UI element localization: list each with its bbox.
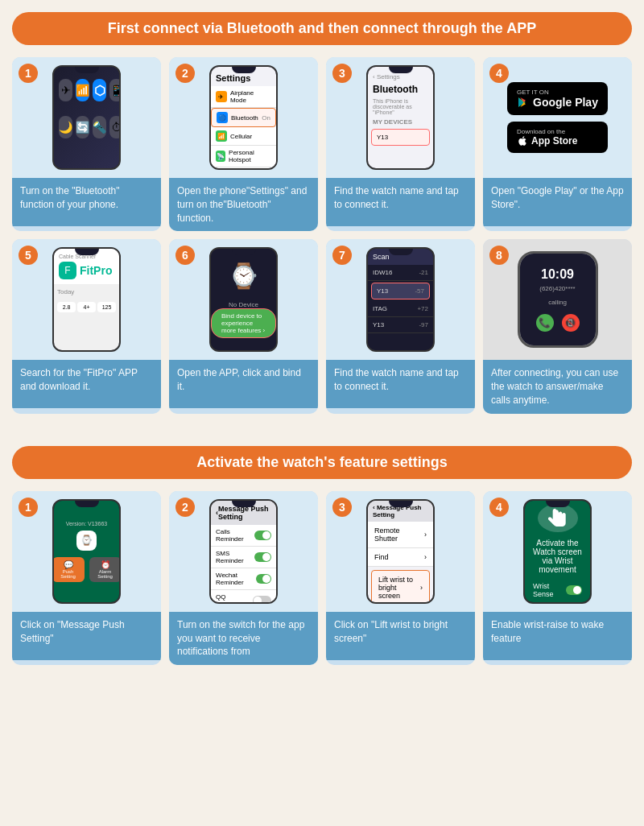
step-7-desc: Find the watch name and tap to connect i… bbox=[326, 360, 475, 408]
bluetooth-icon-active: ⬡ bbox=[93, 79, 106, 101]
phone-mockup-7: Scan IDW16 -21 Y13 -57 ITAG +72 bbox=[366, 247, 435, 352]
settings-title: Settings bbox=[211, 73, 276, 86]
bt-title: Bluetooth bbox=[368, 82, 433, 97]
control-center-screen: ✈ 📶 ⬡ 📱 🌙 🔄 🔦 ⏱ bbox=[54, 67, 119, 168]
device-y13-signal: -57 bbox=[415, 287, 424, 295]
watch-time: 10:09 bbox=[541, 267, 574, 282]
bt-back-arrow: ‹ Settings bbox=[373, 73, 400, 81]
cellular-icon: 📱 bbox=[109, 79, 119, 101]
fitpro-stats-grid: 2.8 4+ 125 bbox=[54, 299, 119, 316]
qq-reminder-toggle[interactable] bbox=[253, 596, 271, 602]
phone-mockup-s2-3: ‹ Message Push Setting Remote Shutter › … bbox=[366, 499, 435, 604]
phone-mockup-6: ⌚ No Device Bind device to experience mo… bbox=[209, 247, 278, 352]
calls-reminder-label: Calls Reminder bbox=[216, 528, 254, 543]
phone-notch-5 bbox=[75, 249, 99, 255]
wrist-raise-icon bbox=[543, 504, 572, 532]
msg-qq-reminder: QQ Reminder bbox=[211, 590, 276, 602]
watch-icon: ⌚ bbox=[76, 531, 97, 551]
hotspot-label: Personal Hotspot bbox=[229, 149, 271, 163]
as-text: App Store bbox=[531, 135, 577, 147]
airplane-label: Airplane Mode bbox=[230, 89, 271, 104]
step-4-card: 4 GET IT ON Google Play bbox=[483, 57, 632, 231]
settings-airplane: ✈ Airplane Mode bbox=[211, 86, 276, 108]
fitpro-name: FitPro bbox=[80, 264, 112, 277]
bt-device-name: Y13 bbox=[377, 134, 388, 141]
bt-discoverable-text: This iPhone is discoverable as "iPhone" bbox=[368, 97, 433, 117]
step-s2-1-card: 1 Version: V13663 ⌚ 💬 Push Setting bbox=[12, 491, 161, 665]
step-5-desc: Search for the "FitPro" APP and download… bbox=[12, 360, 161, 408]
step-8-desc: After connecting, you can use the watch … bbox=[483, 360, 632, 413]
device-itag-name: ITAG bbox=[373, 305, 387, 312]
google-play-small-text: GET IT ON bbox=[517, 89, 549, 96]
fitpro-version: Version: V13663 bbox=[66, 521, 107, 527]
wechat-reminder-toggle[interactable] bbox=[256, 574, 271, 584]
phone-notch-s2-4 bbox=[546, 501, 570, 507]
control-center: ✈ 📶 ⬡ 📱 🌙 🔄 🔦 ⏱ bbox=[54, 67, 119, 168]
apple-icon bbox=[517, 135, 528, 147]
phone-mockup-5: Cable Scanner F FitPro Today 2.8 4+ 125 bbox=[52, 247, 121, 352]
bt-my-devices: MY DEVICES bbox=[368, 117, 433, 127]
phone-mockup-2: Settings ✈ Airplane Mode 🔵 Bluetooth On … bbox=[209, 65, 278, 170]
step-s2-3-number: 3 bbox=[332, 498, 352, 517]
gp-text: Google Play bbox=[533, 96, 598, 109]
lift-wrist-highlighted[interactable]: Lift wrist to bright screen › bbox=[371, 570, 430, 602]
phone-notch-7 bbox=[389, 249, 413, 255]
fitpro-stat-3: 125 bbox=[97, 302, 116, 312]
wrist-sense-toggle[interactable] bbox=[566, 585, 582, 595]
wifi-icon: 📶 bbox=[76, 79, 89, 101]
device-itag-signal: +72 bbox=[417, 305, 428, 312]
device-y13-2-signal: -97 bbox=[419, 321, 428, 328]
lift-content: ‹ Message Push Setting Remote Shutter › … bbox=[368, 501, 433, 602]
wrist-content: Activate the Watch screen via Wrist move… bbox=[525, 501, 590, 602]
section2-header: Activate the watch's feature settings bbox=[12, 446, 632, 479]
msg-calls-reminder: Calls Reminder bbox=[211, 525, 276, 547]
phone-notch-s2-2 bbox=[232, 501, 256, 507]
msg-push-setting-btn[interactable]: 💬 Push Setting bbox=[54, 557, 85, 582]
bt-content: ‹ Settings Bluetooth This iPhone is disc… bbox=[368, 67, 433, 168]
fitpro-stat-2: 4+ bbox=[77, 302, 96, 312]
scan-device-y13-highlighted[interactable]: Y13 -57 bbox=[371, 283, 430, 299]
fitpro-icon-row: F FitPro bbox=[59, 262, 114, 279]
airplane-icon: ✈ bbox=[59, 79, 72, 101]
phone-notch-1 bbox=[75, 67, 99, 73]
watch-decline-button[interactable]: 📵 bbox=[562, 314, 580, 332]
sms-reminder-toggle[interactable] bbox=[254, 552, 271, 562]
watch-caller: (626)420**** bbox=[539, 285, 575, 292]
phone-mockup-s2-2: ‹ Message Push Setting Calls Reminder SM… bbox=[209, 499, 278, 604]
step-s2-4-number: 4 bbox=[489, 498, 509, 517]
watch-answer-button[interactable]: 📞 bbox=[536, 314, 554, 332]
step-3-number: 3 bbox=[332, 64, 352, 83]
device-idw16-signal: -21 bbox=[419, 269, 428, 276]
step-4-number: 4 bbox=[489, 64, 509, 83]
fitpro-logo: F bbox=[59, 262, 76, 279]
device-y13-name: Y13 bbox=[377, 287, 388, 295]
calls-reminder-toggle[interactable] bbox=[254, 531, 271, 540]
watch-call-label: calling bbox=[548, 299, 567, 306]
step-8-card: 8 10:09 (626)420**** calling 📞 📵 After c… bbox=[483, 239, 632, 413]
step-7-card: 7 Scan IDW16 -21 Y13 -57 bbox=[326, 239, 475, 413]
bt-settings-icon: 🔵 bbox=[217, 112, 228, 123]
step-s2-3-card: 3 ‹ Message Push Setting Remote Shutter … bbox=[326, 491, 475, 665]
alarm-setting-btn[interactable]: ⏰ Alarm Setting bbox=[89, 557, 120, 582]
wrist-sense-label: Wrist Sense bbox=[533, 582, 566, 598]
wrist-desc-text: Activate the Watch screen via Wrist move… bbox=[533, 539, 582, 574]
settings-content: Settings ✈ Airplane Mode 🔵 Bluetooth On … bbox=[211, 67, 276, 168]
wrist-sense-icon bbox=[538, 504, 578, 532]
google-play-large-text: Google Play bbox=[517, 96, 598, 109]
google-play-button[interactable]: GET IT ON Google Play bbox=[507, 82, 608, 115]
step-6-desc: Open the APP, click and bind it. bbox=[169, 360, 318, 408]
msg-settings-title: Message Push Setting bbox=[218, 505, 271, 521]
wrist-toggle-row: Wrist Sense bbox=[533, 582, 582, 598]
google-play-icon bbox=[517, 96, 530, 109]
step-3-card: 3 ‹ Settings Bluetooth This iPhone is di… bbox=[326, 57, 475, 231]
fitpro-msg-home: Version: V13663 ⌚ 💬 Push Setting ⏰ Al bbox=[54, 501, 119, 602]
step-s2-3-desc: Click on "Lift wrist to bright screen" bbox=[326, 612, 475, 660]
scan-title: Scan bbox=[373, 253, 390, 261]
bt-device-y13[interactable]: Y13 bbox=[371, 129, 430, 146]
phone-mockup-3: ‹ Settings Bluetooth This iPhone is disc… bbox=[366, 65, 435, 170]
app-store-button[interactable]: Download on the App Store bbox=[507, 122, 608, 153]
bind-device-button[interactable]: Bind device to experience more features … bbox=[211, 308, 276, 338]
remote-shutter-arrow: › bbox=[424, 531, 427, 539]
msg-sms-reminder: SMS Reminder bbox=[211, 547, 276, 568]
step-s2-2-card: 2 ‹ Message Push Setting Calls Reminder bbox=[169, 491, 318, 665]
